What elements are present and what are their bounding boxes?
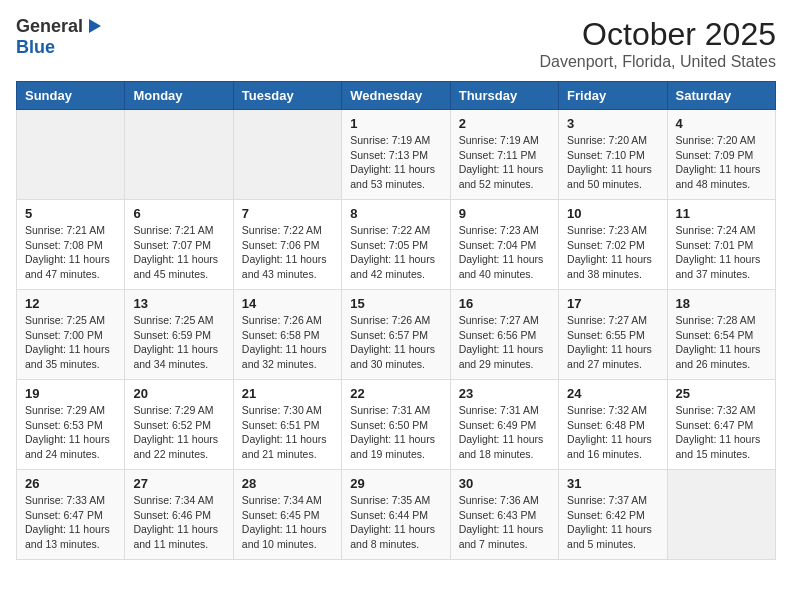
day-info: Sunrise: 7:35 AM Sunset: 6:44 PM Dayligh… (350, 493, 441, 552)
calendar-cell: 2Sunrise: 7:19 AM Sunset: 7:11 PM Daylig… (450, 110, 558, 200)
calendar-cell: 30Sunrise: 7:36 AM Sunset: 6:43 PM Dayli… (450, 470, 558, 560)
calendar-cell: 25Sunrise: 7:32 AM Sunset: 6:47 PM Dayli… (667, 380, 775, 470)
day-number: 18 (676, 296, 767, 311)
day-info: Sunrise: 7:33 AM Sunset: 6:47 PM Dayligh… (25, 493, 116, 552)
day-number: 3 (567, 116, 658, 131)
calendar-cell: 16Sunrise: 7:27 AM Sunset: 6:56 PM Dayli… (450, 290, 558, 380)
day-number: 25 (676, 386, 767, 401)
day-number: 21 (242, 386, 333, 401)
day-number: 4 (676, 116, 767, 131)
day-info: Sunrise: 7:30 AM Sunset: 6:51 PM Dayligh… (242, 403, 333, 462)
day-info: Sunrise: 7:20 AM Sunset: 7:10 PM Dayligh… (567, 133, 658, 192)
logo: General Blue (16, 16, 103, 58)
day-info: Sunrise: 7:28 AM Sunset: 6:54 PM Dayligh… (676, 313, 767, 372)
logo-general-text: General (16, 16, 83, 37)
day-number: 22 (350, 386, 441, 401)
day-info: Sunrise: 7:19 AM Sunset: 7:11 PM Dayligh… (459, 133, 550, 192)
day-info: Sunrise: 7:29 AM Sunset: 6:53 PM Dayligh… (25, 403, 116, 462)
day-number: 20 (133, 386, 224, 401)
calendar-cell: 15Sunrise: 7:26 AM Sunset: 6:57 PM Dayli… (342, 290, 450, 380)
calendar-week-row: 12Sunrise: 7:25 AM Sunset: 7:00 PM Dayli… (17, 290, 776, 380)
calendar-cell: 10Sunrise: 7:23 AM Sunset: 7:02 PM Dayli… (559, 200, 667, 290)
day-info: Sunrise: 7:21 AM Sunset: 7:08 PM Dayligh… (25, 223, 116, 282)
day-info: Sunrise: 7:27 AM Sunset: 6:55 PM Dayligh… (567, 313, 658, 372)
calendar-week-row: 5Sunrise: 7:21 AM Sunset: 7:08 PM Daylig… (17, 200, 776, 290)
day-info: Sunrise: 7:26 AM Sunset: 6:58 PM Dayligh… (242, 313, 333, 372)
calendar-cell: 6Sunrise: 7:21 AM Sunset: 7:07 PM Daylig… (125, 200, 233, 290)
month-title: October 2025 (539, 16, 776, 53)
title-area: October 2025 Davenport, Florida, United … (539, 16, 776, 71)
day-number: 6 (133, 206, 224, 221)
day-number: 7 (242, 206, 333, 221)
calendar-cell (667, 470, 775, 560)
day-number: 26 (25, 476, 116, 491)
calendar-cell: 14Sunrise: 7:26 AM Sunset: 6:58 PM Dayli… (233, 290, 341, 380)
calendar-cell: 23Sunrise: 7:31 AM Sunset: 6:49 PM Dayli… (450, 380, 558, 470)
calendar-cell: 7Sunrise: 7:22 AM Sunset: 7:06 PM Daylig… (233, 200, 341, 290)
day-info: Sunrise: 7:32 AM Sunset: 6:48 PM Dayligh… (567, 403, 658, 462)
day-info: Sunrise: 7:31 AM Sunset: 6:49 PM Dayligh… (459, 403, 550, 462)
day-info: Sunrise: 7:22 AM Sunset: 7:05 PM Dayligh… (350, 223, 441, 282)
day-info: Sunrise: 7:23 AM Sunset: 7:04 PM Dayligh… (459, 223, 550, 282)
calendar-table: SundayMondayTuesdayWednesdayThursdayFrid… (16, 81, 776, 560)
calendar-cell: 28Sunrise: 7:34 AM Sunset: 6:45 PM Dayli… (233, 470, 341, 560)
calendar-cell: 8Sunrise: 7:22 AM Sunset: 7:05 PM Daylig… (342, 200, 450, 290)
calendar-cell: 27Sunrise: 7:34 AM Sunset: 6:46 PM Dayli… (125, 470, 233, 560)
day-number: 14 (242, 296, 333, 311)
day-info: Sunrise: 7:22 AM Sunset: 7:06 PM Dayligh… (242, 223, 333, 282)
calendar-cell: 31Sunrise: 7:37 AM Sunset: 6:42 PM Dayli… (559, 470, 667, 560)
day-number: 30 (459, 476, 550, 491)
header: General Blue October 2025 Davenport, Flo… (16, 16, 776, 71)
calendar-cell (17, 110, 125, 200)
day-info: Sunrise: 7:19 AM Sunset: 7:13 PM Dayligh… (350, 133, 441, 192)
day-number: 29 (350, 476, 441, 491)
day-info: Sunrise: 7:25 AM Sunset: 6:59 PM Dayligh… (133, 313, 224, 372)
calendar-cell: 1Sunrise: 7:19 AM Sunset: 7:13 PM Daylig… (342, 110, 450, 200)
calendar-cell: 18Sunrise: 7:28 AM Sunset: 6:54 PM Dayli… (667, 290, 775, 380)
day-number: 12 (25, 296, 116, 311)
day-number: 17 (567, 296, 658, 311)
day-number: 9 (459, 206, 550, 221)
day-number: 10 (567, 206, 658, 221)
day-info: Sunrise: 7:34 AM Sunset: 6:46 PM Dayligh… (133, 493, 224, 552)
calendar-cell: 9Sunrise: 7:23 AM Sunset: 7:04 PM Daylig… (450, 200, 558, 290)
calendar-cell: 24Sunrise: 7:32 AM Sunset: 6:48 PM Dayli… (559, 380, 667, 470)
svg-marker-0 (89, 19, 101, 33)
day-info: Sunrise: 7:26 AM Sunset: 6:57 PM Dayligh… (350, 313, 441, 372)
calendar-week-row: 26Sunrise: 7:33 AM Sunset: 6:47 PM Dayli… (17, 470, 776, 560)
calendar-cell: 13Sunrise: 7:25 AM Sunset: 6:59 PM Dayli… (125, 290, 233, 380)
calendar-week-row: 19Sunrise: 7:29 AM Sunset: 6:53 PM Dayli… (17, 380, 776, 470)
day-number: 13 (133, 296, 224, 311)
calendar-cell: 26Sunrise: 7:33 AM Sunset: 6:47 PM Dayli… (17, 470, 125, 560)
calendar-cell: 4Sunrise: 7:20 AM Sunset: 7:09 PM Daylig… (667, 110, 775, 200)
day-info: Sunrise: 7:24 AM Sunset: 7:01 PM Dayligh… (676, 223, 767, 282)
day-number: 1 (350, 116, 441, 131)
weekday-header-thursday: Thursday (450, 82, 558, 110)
calendar-week-row: 1Sunrise: 7:19 AM Sunset: 7:13 PM Daylig… (17, 110, 776, 200)
calendar-cell (233, 110, 341, 200)
calendar-cell: 11Sunrise: 7:24 AM Sunset: 7:01 PM Dayli… (667, 200, 775, 290)
logo-flag-icon (85, 17, 103, 35)
day-number: 11 (676, 206, 767, 221)
day-info: Sunrise: 7:27 AM Sunset: 6:56 PM Dayligh… (459, 313, 550, 372)
day-info: Sunrise: 7:25 AM Sunset: 7:00 PM Dayligh… (25, 313, 116, 372)
weekday-header-row: SundayMondayTuesdayWednesdayThursdayFrid… (17, 82, 776, 110)
day-number: 2 (459, 116, 550, 131)
weekday-header-wednesday: Wednesday (342, 82, 450, 110)
day-number: 15 (350, 296, 441, 311)
weekday-header-monday: Monday (125, 82, 233, 110)
day-info: Sunrise: 7:32 AM Sunset: 6:47 PM Dayligh… (676, 403, 767, 462)
weekday-header-friday: Friday (559, 82, 667, 110)
day-info: Sunrise: 7:21 AM Sunset: 7:07 PM Dayligh… (133, 223, 224, 282)
day-number: 23 (459, 386, 550, 401)
day-info: Sunrise: 7:34 AM Sunset: 6:45 PM Dayligh… (242, 493, 333, 552)
calendar-cell: 17Sunrise: 7:27 AM Sunset: 6:55 PM Dayli… (559, 290, 667, 380)
weekday-header-sunday: Sunday (17, 82, 125, 110)
logo-blue-text: Blue (16, 37, 55, 58)
calendar-cell (125, 110, 233, 200)
weekday-header-tuesday: Tuesday (233, 82, 341, 110)
day-number: 8 (350, 206, 441, 221)
calendar-cell: 3Sunrise: 7:20 AM Sunset: 7:10 PM Daylig… (559, 110, 667, 200)
day-info: Sunrise: 7:20 AM Sunset: 7:09 PM Dayligh… (676, 133, 767, 192)
day-info: Sunrise: 7:29 AM Sunset: 6:52 PM Dayligh… (133, 403, 224, 462)
